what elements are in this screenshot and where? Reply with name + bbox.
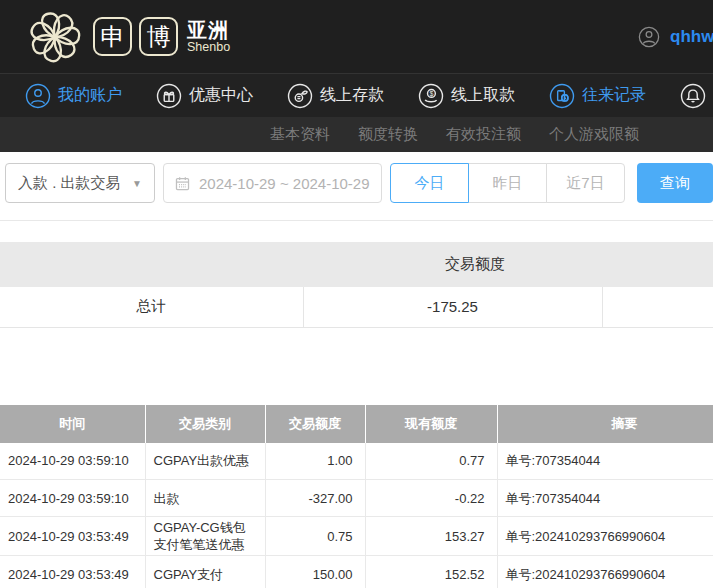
deposit-coin-icon bbox=[287, 83, 313, 109]
transaction-row: 2024-10-29 03:59:10 CGPAY出款优惠 1.00 0.77 … bbox=[0, 443, 713, 480]
gift-icon bbox=[156, 83, 182, 109]
cell-remark: 单号:707354044 bbox=[497, 480, 713, 517]
col-header-balance: 现有额度 bbox=[365, 405, 497, 443]
today-button[interactable]: 今日 bbox=[390, 163, 469, 203]
summary-total-row: 总计 -175.25 bbox=[0, 287, 713, 327]
filter-bar: 入款 . 出款交易 ▼ 2024-10-29 ~ 2024-10-29 今日 昨… bbox=[5, 163, 713, 203]
cell-amount: 0.75 bbox=[265, 517, 365, 556]
flower-logo-icon bbox=[24, 6, 86, 68]
summary-header-row: 交易额度 bbox=[0, 242, 713, 287]
transactions-header-row: 时间 交易类别 交易额度 现有额度 摘要 bbox=[0, 405, 713, 443]
cell-balance: 152.52 bbox=[365, 556, 497, 588]
transaction-row: 2024-10-29 03:59:10 出款 -327.00 -0.22 单号:… bbox=[0, 480, 713, 517]
calendar-icon bbox=[174, 175, 191, 192]
transaction-row: 2024-10-29 03:53:49 CGPAY-CG钱包支付笔笔送优惠 0.… bbox=[0, 517, 713, 556]
cell-time: 2024-10-29 03:53:49 bbox=[0, 517, 145, 556]
nav-label: 往来记录 bbox=[582, 85, 646, 106]
brand-logo[interactable]: 申 博 亚洲 Shenbo bbox=[24, 6, 230, 68]
section-divider bbox=[0, 220, 713, 221]
cell-time: 2024-10-29 03:53:49 bbox=[0, 556, 145, 588]
date-range-value: 2024-10-29 ~ 2024-10-29 bbox=[199, 175, 370, 192]
transactions-table: 时间 交易类别 交易额度 现有额度 摘要 2024-10-29 03:59:10… bbox=[0, 405, 713, 588]
nav-label: 我的账户 bbox=[58, 85, 122, 106]
nav-item-online-withdrawal[interactable]: $ 线上取款 bbox=[418, 83, 515, 109]
sub-nav: 基本资料 额度转换 有效投注额 个人游戏限额 bbox=[0, 117, 713, 152]
col-header-remark: 摘要 bbox=[497, 405, 713, 443]
chevron-down-icon: ▼ bbox=[132, 178, 142, 189]
nav-item-transaction-records[interactable]: 往来记录 bbox=[549, 83, 646, 109]
col-header-type: 交易类别 bbox=[145, 405, 265, 443]
logo-en-text: Shenbo bbox=[187, 41, 230, 55]
logo-char-box: 申 bbox=[93, 17, 132, 56]
transaction-type-value: 入款 . 出款交易 bbox=[18, 174, 121, 193]
cell-remark: 单号:202410293766990604 bbox=[497, 556, 713, 588]
cell-type: CGPAY-CG钱包支付笔笔送优惠 bbox=[145, 517, 265, 556]
cell-balance: -0.22 bbox=[365, 480, 497, 517]
svg-text:$: $ bbox=[429, 89, 433, 96]
nav-item-my-account[interactable]: 我的账户 bbox=[25, 83, 122, 109]
nav-item-messages[interactable]: 信息 bbox=[680, 83, 713, 109]
col-header-time: 时间 bbox=[0, 405, 145, 443]
username[interactable]: qhhw bbox=[670, 27, 713, 47]
cell-amount: 1.00 bbox=[265, 443, 365, 480]
search-button[interactable]: 查询 bbox=[637, 163, 713, 203]
nav-item-online-deposit[interactable]: 线上存款 bbox=[287, 83, 384, 109]
main-nav: 我的账户 优惠中心 线上存款 $ 线上取款 往来记录 bbox=[0, 73, 713, 117]
logo-region-text: 亚洲 bbox=[187, 19, 230, 41]
transaction-row: 2024-10-29 03:53:49 CGPAY支付 150.00 152.5… bbox=[0, 556, 713, 588]
transactions-body: 2024-10-29 03:59:10 CGPAY出款优惠 1.00 0.77 … bbox=[0, 443, 713, 588]
quick-date-button-group: 今日 昨日 近7日 bbox=[390, 163, 625, 203]
cell-balance: 0.77 bbox=[365, 443, 497, 480]
nav-label: 线上存款 bbox=[320, 85, 384, 106]
yesterday-button[interactable]: 昨日 bbox=[468, 163, 547, 203]
cell-type: CGPAY出款优惠 bbox=[145, 443, 265, 480]
subnav-item-basic-info[interactable]: 基本资料 bbox=[270, 125, 330, 144]
summary-total-value: -175.25 bbox=[303, 287, 602, 327]
withdraw-hand-icon: $ bbox=[418, 83, 444, 109]
col-header-amount: 交易额度 bbox=[265, 405, 365, 443]
date-range-input[interactable]: 2024-10-29 ~ 2024-10-29 bbox=[163, 163, 382, 203]
top-header: 申 博 亚洲 Shenbo qhhw bbox=[0, 0, 713, 73]
nav-label: 线上取款 bbox=[451, 85, 515, 106]
cell-time: 2024-10-29 03:59:10 bbox=[0, 480, 145, 517]
logo-char-box: 博 bbox=[139, 17, 178, 56]
nav-item-promotions[interactable]: 优惠中心 bbox=[156, 83, 253, 109]
cell-time: 2024-10-29 03:59:10 bbox=[0, 443, 145, 480]
cell-amount: -327.00 bbox=[265, 480, 365, 517]
summary-title: 交易额度 bbox=[0, 242, 713, 287]
records-clipboard-icon bbox=[549, 83, 575, 109]
cell-remark: 单号:707354044 bbox=[497, 443, 713, 480]
summary-table: 交易额度 总计 -175.25 bbox=[0, 242, 713, 328]
subnav-item-credit-transfer[interactable]: 额度转换 bbox=[358, 125, 418, 144]
cell-balance: 153.27 bbox=[365, 517, 497, 556]
user-icon bbox=[25, 83, 51, 109]
subnav-item-valid-bets[interactable]: 有效投注额 bbox=[446, 125, 521, 144]
user-avatar-icon bbox=[638, 26, 660, 48]
cell-type: 出款 bbox=[145, 480, 265, 517]
cell-amount: 150.00 bbox=[265, 556, 365, 588]
summary-total-label: 总计 bbox=[0, 287, 303, 327]
summary-empty-cell bbox=[602, 287, 713, 327]
cell-type: CGPAY支付 bbox=[145, 556, 265, 588]
cell-remark: 单号:202410293766990604 bbox=[497, 517, 713, 556]
transaction-type-select[interactable]: 入款 . 出款交易 ▼ bbox=[5, 163, 155, 203]
user-account-area[interactable]: qhhw bbox=[638, 0, 713, 73]
subnav-item-game-limits[interactable]: 个人游戏限额 bbox=[549, 125, 639, 144]
last-7-days-button[interactable]: 近7日 bbox=[546, 163, 625, 203]
bell-icon bbox=[680, 83, 706, 109]
nav-label: 优惠中心 bbox=[189, 85, 253, 106]
